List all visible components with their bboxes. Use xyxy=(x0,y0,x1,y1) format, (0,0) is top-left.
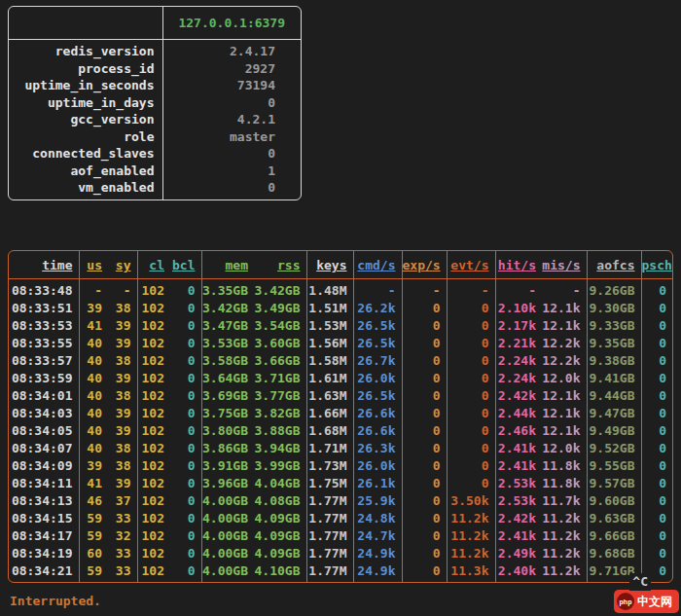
info-value: 1 xyxy=(162,163,301,180)
cell-exp_s: 0 xyxy=(402,457,447,475)
info-row: uptime_in_seconds73194 xyxy=(9,77,301,94)
cell-bcl: 0 xyxy=(170,370,201,387)
stats-row: 08:33:59403910203.64GB3.71GB1.61M26.0k00… xyxy=(9,370,672,387)
info-row: redis_version2.4.17 xyxy=(9,40,301,60)
cell-cl: 102 xyxy=(137,335,170,352)
cell-cmd_s: 24.9k xyxy=(353,545,402,562)
cell-mem: 3.96GB xyxy=(201,475,254,492)
stats-row: 08:34:11413910203.96GB4.04GB1.75M26.1k00… xyxy=(9,475,672,492)
watermark-label: 中文网 xyxy=(637,594,672,610)
cell-time: 08:33:57 xyxy=(9,352,79,370)
cell-us: 39 xyxy=(79,300,108,317)
cell-sy: 38 xyxy=(108,352,137,370)
ctrl-c-echo: ^C xyxy=(629,573,651,591)
stats-row: 08:34:05403910203.80GB3.88GB1.68M26.6k00… xyxy=(9,422,672,440)
cell-mem: 3.53GB xyxy=(201,335,254,352)
cell-aofcs: 9.57GB xyxy=(587,475,641,492)
cell-rss: 3.60GB xyxy=(254,335,306,352)
cell-cl: 102 xyxy=(137,492,170,510)
cell-sy: 39 xyxy=(108,405,137,422)
cell-sy: 39 xyxy=(108,475,137,492)
cell-time: 08:34:01 xyxy=(9,387,79,405)
cell-mis_s: 12.2k xyxy=(542,352,587,370)
cell-psch: 0 xyxy=(641,300,672,317)
cell-exp_s: 0 xyxy=(402,422,447,440)
cell-time: 08:33:53 xyxy=(9,317,79,335)
cell-cmd_s: 24.8k xyxy=(353,510,402,527)
cell-hit_s: 2.42k xyxy=(495,387,542,405)
cell-psch: 0 xyxy=(641,335,672,352)
cell-exp_s: 0 xyxy=(402,492,447,510)
cell-time: 08:33:59 xyxy=(9,370,79,387)
interrupted-message: Interrupted. xyxy=(10,594,101,608)
cell-evt_s: 0 xyxy=(447,475,495,492)
info-row: connected_slaves0 xyxy=(9,145,301,163)
info-label: vm_enabled xyxy=(9,179,162,199)
cell-evt_s: 0 xyxy=(447,440,495,457)
cell-cl: 102 xyxy=(137,300,170,317)
cell-evt_s: 0 xyxy=(447,300,495,317)
cell-aofcs: 9.41GB xyxy=(587,370,641,387)
cell-sy: 39 xyxy=(108,370,137,387)
cell-evt_s: 0 xyxy=(447,352,495,370)
cell-us: 40 xyxy=(79,352,108,370)
info-value: 0 xyxy=(162,179,301,199)
cell-psch: 0 xyxy=(641,492,672,510)
stats-row: 08:34:15593310204.00GB4.09GB1.77M24.8k01… xyxy=(9,510,672,527)
cell-cmd_s: 26.0k xyxy=(353,370,402,387)
info-value: 73194 xyxy=(162,77,301,94)
cell-evt_s: 0 xyxy=(447,422,495,440)
cell-bcl: 0 xyxy=(170,422,201,440)
cell-aofcs: 9.26GB xyxy=(587,279,641,301)
info-label: process_id xyxy=(9,60,162,78)
cell-psch: 0 xyxy=(641,370,672,387)
stats-header-bcl: bcl xyxy=(170,251,201,279)
cell-cmd_s: 26.3k xyxy=(353,440,402,457)
cell-mem: 3.35GB xyxy=(201,279,254,301)
stats-row: 08:34:19603310204.00GB4.09GB1.77M24.9k01… xyxy=(9,545,672,562)
cell-cl: 102 xyxy=(137,457,170,475)
cell-cl: 102 xyxy=(137,562,170,582)
cell-keys: 1.73M xyxy=(306,457,353,475)
info-row: vm_enabled0 xyxy=(9,179,301,199)
cell-cl: 102 xyxy=(137,510,170,527)
stats-header-mis_s: mis/s xyxy=(542,251,587,279)
stats-header-sy: sy xyxy=(108,251,137,279)
cell-mis_s: 12.1k xyxy=(542,405,587,422)
cell-cmd_s: 24.7k xyxy=(353,527,402,545)
cell-evt_s: 11.2k xyxy=(447,510,495,527)
cell-sy: 39 xyxy=(108,317,137,335)
cell-time: 08:34:21 xyxy=(9,562,79,582)
cell-psch: 0 xyxy=(641,475,672,492)
cell-mem: 3.69GB xyxy=(201,387,254,405)
cell-time: 08:33:48 xyxy=(9,279,79,301)
stats-row: 08:34:03403910203.75GB3.82GB1.66M26.6k00… xyxy=(9,405,672,422)
cell-rss: 3.54GB xyxy=(254,317,306,335)
cell-mem: 4.00GB xyxy=(201,545,254,562)
cell-mem: 3.58GB xyxy=(201,352,254,370)
cell-us: 46 xyxy=(79,492,108,510)
cell-keys: 1.61M xyxy=(306,370,353,387)
cell-evt_s: 11.3k xyxy=(447,562,495,582)
cell-aofcs: 9.44GB xyxy=(587,387,641,405)
cell-exp_s: 0 xyxy=(402,317,447,335)
php-logo-icon: php xyxy=(617,593,634,610)
cell-exp_s: 0 xyxy=(402,370,447,387)
info-value: 0 xyxy=(162,145,301,163)
cell-exp_s: 0 xyxy=(402,440,447,457)
stats-header-psch: psch xyxy=(641,251,672,279)
cell-mis_s: 12.1k xyxy=(542,387,587,405)
cell-cmd_s: 26.7k xyxy=(353,352,402,370)
cell-hit_s: 2.46k xyxy=(495,422,542,440)
cell-exp_s: 0 xyxy=(402,510,447,527)
info-row: gcc_version4.2.1 xyxy=(9,111,301,128)
terminal-screen[interactable]: 127.0.0.1:6379 redis_version2.4.17proces… xyxy=(0,0,681,616)
cell-aofcs: 9.63GB xyxy=(587,510,641,527)
cell-cl: 102 xyxy=(137,352,170,370)
cell-keys: 1.63M xyxy=(306,387,353,405)
cell-hit_s: 2.40k xyxy=(495,562,542,582)
cell-rss: 3.94GB xyxy=(254,440,306,457)
cell-exp_s: 0 xyxy=(402,405,447,422)
cell-hit_s: 2.21k xyxy=(495,335,542,352)
cell-keys: 1.77M xyxy=(306,562,353,582)
